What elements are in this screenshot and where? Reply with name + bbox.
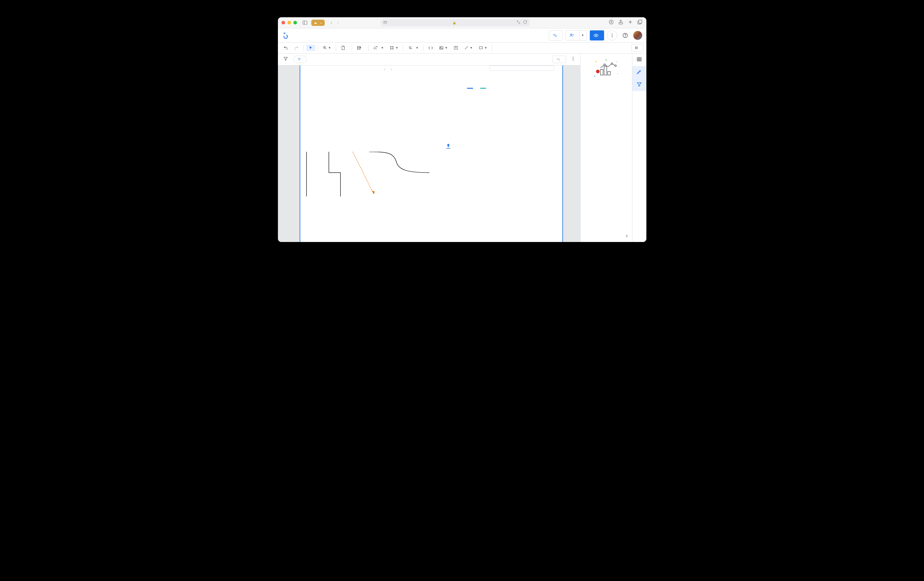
minimize-window-icon[interactable] (287, 21, 291, 25)
svg-point-70 (596, 69, 600, 73)
zoom-tool[interactable]: ▼ (320, 44, 333, 51)
reload-icon[interactable] (523, 20, 527, 25)
add-page-button[interactable] (338, 44, 350, 51)
svg-point-74 (604, 64, 605, 65)
browser-window: ⌄ ‹ › 🔒 (278, 17, 647, 242)
downloads-icon[interactable] (609, 19, 614, 26)
svg-point-59 (573, 58, 573, 59)
line-button[interactable]: ▼ (462, 44, 475, 51)
filter-more-button[interactable] (569, 55, 577, 63)
traffic-lights[interactable] (282, 21, 297, 25)
text-button[interactable] (451, 44, 460, 51)
tabs-icon[interactable] (637, 19, 642, 26)
lock-icon: 🔒 (452, 21, 456, 25)
embed-button[interactable] (426, 44, 436, 51)
filter-icon[interactable] (281, 55, 290, 63)
svg-rect-25 (358, 46, 360, 49)
sidebar-toggle-icon[interactable] (301, 19, 309, 26)
filter-reset-button[interactable] (553, 56, 566, 63)
community-viz-button[interactable]: ▼ (387, 44, 401, 51)
svg-point-69 (617, 73, 619, 74)
pager-next-icon[interactable]: › (389, 67, 393, 71)
svg-point-16 (612, 34, 612, 35)
svg-point-10 (284, 33, 284, 33)
browser-toolbar: ⌄ ‹ › 🔒 (278, 17, 647, 29)
rail-data[interactable] (632, 54, 647, 66)
shape-button[interactable]: ▼ (476, 44, 490, 51)
new-tab-icon[interactable] (628, 19, 633, 26)
site-settings-icon[interactable] (383, 20, 387, 25)
svg-rect-64 (447, 148, 450, 148)
browser-actions (609, 19, 642, 26)
upload-icon (445, 143, 452, 150)
help-icon (622, 33, 628, 38)
code-icon (428, 46, 433, 50)
redo-button[interactable] (292, 44, 301, 51)
svg-point-68 (594, 76, 596, 77)
svg-rect-52 (479, 47, 482, 49)
pause-icon (634, 46, 639, 50)
empty-component[interactable] (490, 66, 554, 71)
svg-rect-2 (384, 21, 386, 23)
table-icon (637, 56, 642, 62)
chart-legend (403, 86, 552, 90)
svg-point-76 (615, 65, 616, 66)
user-avatar[interactable] (633, 31, 642, 40)
svg-point-39 (393, 49, 393, 49)
svg-rect-54 (637, 46, 637, 49)
nav-back-icon[interactable]: ‹ (330, 19, 333, 26)
translate-icon[interactable] (516, 20, 521, 25)
zoom-icon (323, 46, 327, 50)
svg-rect-72 (604, 66, 607, 75)
svg-rect-73 (608, 71, 610, 75)
nav-arrows: ‹ › (330, 19, 340, 26)
add-control-button[interactable]: ▼ (406, 44, 421, 51)
undo-button[interactable] (281, 44, 290, 51)
data-table[interactable]: ‹ › (304, 66, 393, 72)
svg-rect-77 (637, 58, 641, 61)
help-button[interactable] (620, 30, 630, 41)
svg-point-37 (393, 46, 393, 47)
app-body: ‹ › (278, 54, 647, 242)
svg-point-36 (391, 46, 391, 47)
line-icon (464, 46, 469, 50)
reset-button[interactable] (549, 30, 563, 41)
view-button[interactable] (590, 30, 604, 41)
report-page[interactable]: ‹ › (300, 66, 563, 242)
add-data-button[interactable] (355, 44, 366, 51)
share-button-group: ▼ (566, 30, 587, 41)
svg-point-75 (611, 63, 613, 64)
looker-studio-logo-icon[interactable] (282, 32, 289, 39)
share-dropdown[interactable]: ▼ (580, 30, 587, 41)
line-chart[interactable] (403, 86, 552, 128)
svg-rect-8 (639, 20, 642, 23)
properties-panel (580, 54, 632, 242)
funnel-icon (637, 82, 642, 87)
canvas[interactable]: ‹ › (278, 66, 580, 242)
address-bar[interactable]: 🔒 (381, 19, 530, 26)
rail-filterbar[interactable] (632, 79, 647, 91)
image-drop-zone[interactable] (415, 143, 482, 153)
community-icon (389, 46, 394, 50)
nav-forward-icon[interactable]: › (336, 19, 340, 26)
svg-line-51 (465, 46, 468, 49)
undo-icon (556, 58, 560, 61)
profile-pill[interactable]: ⌄ (311, 20, 325, 26)
share-button[interactable] (566, 30, 580, 41)
share-icon[interactable] (618, 19, 624, 26)
svg-point-60 (573, 59, 573, 61)
rail-properties[interactable] (632, 66, 647, 79)
collapse-panel-icon[interactable] (624, 234, 629, 239)
right-rail (632, 54, 647, 242)
pause-updates-button[interactable] (631, 44, 644, 51)
quick-filter-button[interactable] (294, 56, 307, 63)
svg-line-22 (325, 48, 326, 49)
theme-button[interactable] (495, 47, 500, 49)
pager-prev-icon[interactable]: ‹ (383, 67, 387, 71)
image-button[interactable]: ▼ (437, 44, 450, 51)
maximize-window-icon[interactable] (294, 21, 297, 25)
close-window-icon[interactable] (282, 21, 285, 25)
add-chart-button[interactable]: ▼ (371, 44, 386, 51)
more-options-button[interactable] (607, 30, 617, 41)
select-tool[interactable] (306, 44, 315, 51)
